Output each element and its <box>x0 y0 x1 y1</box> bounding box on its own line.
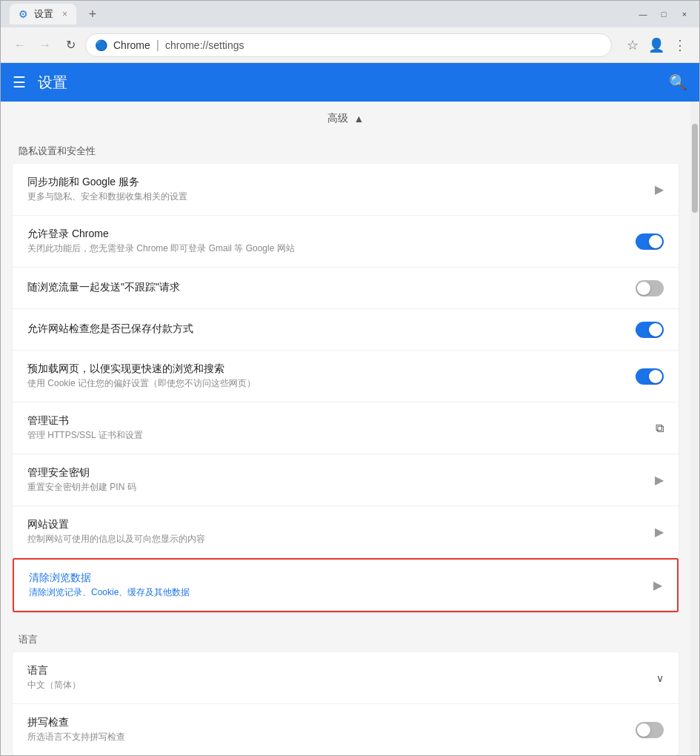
preload-text: 预加载网页，以便实现更快速的浏览和搜索 使用 Cookie 记住您的偏好设置（即… <box>27 362 636 390</box>
advanced-section-header[interactable]: 高级 ▲ <box>1 102 690 136</box>
sync-sub: 更多与隐私、安全和数据收集相关的设置 <box>27 190 655 203</box>
clear-data-setting-row[interactable]: 清除浏览数据 清除浏览记录、Cookie、缓存及其他数据 ▶ <box>13 558 679 612</box>
language-text: 语言 中文（简体） <box>27 664 656 692</box>
payment-setting-row[interactable]: 允许网站检查您是否已保存付款方式 <box>13 309 679 351</box>
payment-main: 允许网站检查您是否已保存付款方式 <box>27 322 636 336</box>
settings-header: ☰ 设置 🔍 <box>1 63 699 102</box>
spellcheck-toggle[interactable] <box>636 722 664 738</box>
certs-main: 管理证书 <box>27 414 656 428</box>
site-favicon: 🔵 <box>95 39 107 51</box>
security-key-main: 管理安全密钥 <box>27 466 655 480</box>
close-button[interactable]: × <box>676 7 693 21</box>
signin-main: 允许登录 Chrome <box>27 228 636 241</box>
spellcheck-setting-row[interactable]: 拼写检查 所选语言不支持拼写检查 <box>13 704 679 755</box>
browser-window: ⚙ 设置 × + — □ × ← → ↻ 🔵 Chrome | chrome:/… <box>0 0 700 756</box>
clear-data-sub: 清除浏览记录、Cookie、缓存及其他数据 <box>29 586 653 599</box>
spellcheck-sub: 所选语言不支持拼写检查 <box>27 731 636 743</box>
privacy-card: 同步功能和 Google 服务 更多与隐私、安全和数据收集相关的设置 ▶ 允许登… <box>13 164 679 612</box>
spellcheck-text: 拼写检查 所选语言不支持拼写检查 <box>27 716 636 743</box>
advanced-label: 高级 <box>327 112 348 125</box>
sync-setting-row[interactable]: 同步功能和 Google 服务 更多与隐私、安全和数据收集相关的设置 ▶ <box>13 164 679 216</box>
main-content: 高级 ▲ 隐私设置和安全性 同步功能和 Google 服务 更多与隐私、安全和数… <box>1 102 699 755</box>
dnt-setting-row[interactable]: 随浏览流量一起发送"不跟踪"请求 <box>13 268 679 309</box>
menu-icon[interactable]: ⋮ <box>670 35 690 56</box>
dnt-text: 随浏览流量一起发送"不跟踪"请求 <box>27 281 636 296</box>
language-sub: 中文（简体） <box>27 679 656 692</box>
maximize-button[interactable]: □ <box>655 7 673 21</box>
active-tab[interactable]: ⚙ 设置 × <box>10 4 76 24</box>
tab-favicon: ⚙ <box>19 8 28 20</box>
preload-setting-row[interactable]: 预加载网页，以便实现更快速的浏览和搜索 使用 Cookie 记住您的偏好设置（即… <box>13 351 679 402</box>
dnt-main: 随浏览流量一起发送"不跟踪"请求 <box>27 281 636 294</box>
signin-toggle-knob <box>649 235 662 248</box>
window-controls: — □ × <box>634 7 693 21</box>
site-settings-row[interactable]: 网站设置 控制网站可使用的信息以及可向您显示的内容 ▶ <box>13 506 679 558</box>
sync-main: 同步功能和 Google 服务 <box>27 176 655 189</box>
spellcheck-toggle-knob <box>637 723 650 737</box>
language-card: 语言 中文（简体） ∨ 拼写检查 所选语言不支持拼写检查 <box>13 652 679 755</box>
dnt-toggle-knob <box>637 282 650 295</box>
preload-main: 预加载网页，以便实现更快速的浏览和搜索 <box>27 362 636 376</box>
clear-data-arrow-icon: ▶ <box>653 578 662 592</box>
signin-sub: 关闭此功能后，您无需登录 Chrome 即可登录 Gmail 等 Google … <box>27 242 636 255</box>
external-link-icon: ⧉ <box>656 422 664 435</box>
language-chevron-icon: ∨ <box>656 672 664 684</box>
toolbar-right: ☆ 👤 ⋮ <box>622 35 690 56</box>
security-key-sub: 重置安全密钥并创建 PIN 码 <box>27 481 655 494</box>
address-separator: | <box>156 39 159 52</box>
site-settings-main: 网站设置 <box>27 518 655 531</box>
certs-setting-row[interactable]: 管理证书 管理 HTTPS/SSL 证书和设置 ⧉ <box>13 402 679 454</box>
hamburger-icon[interactable]: ☰ <box>13 73 26 91</box>
advanced-arrow-icon: ▲ <box>354 113 364 125</box>
refresh-button[interactable]: ↻ <box>60 35 81 56</box>
new-tab-button[interactable]: + <box>82 4 103 24</box>
titlebar: ⚙ 设置 × + — □ × <box>1 1 699 27</box>
payment-toggle[interactable] <box>636 322 664 338</box>
tab-title: 设置 <box>34 7 53 21</box>
minimize-button[interactable]: — <box>634 7 652 21</box>
signin-toggle[interactable] <box>636 233 664 250</box>
payment-text: 允许网站检查您是否已保存付款方式 <box>27 322 636 337</box>
clear-data-text: 清除浏览数据 清除浏览记录、Cookie、缓存及其他数据 <box>29 571 653 599</box>
address-url: chrome://settings <box>165 39 244 51</box>
site-name: Chrome <box>113 39 150 51</box>
sync-text: 同步功能和 Google 服务 更多与隐私、安全和数据收集相关的设置 <box>27 176 655 203</box>
preload-toggle-knob <box>649 370 662 383</box>
language-section-title: 语言 <box>1 624 690 652</box>
site-settings-sub: 控制网站可使用的信息以及可向您显示的内容 <box>27 533 655 546</box>
privacy-section-title: 隐私设置和安全性 <box>1 136 690 164</box>
scroll-thumb[interactable] <box>692 124 698 213</box>
preload-toggle[interactable] <box>636 368 664 385</box>
back-button[interactable]: ← <box>10 35 30 56</box>
settings-content: 高级 ▲ 隐私设置和安全性 同步功能和 Google 服务 更多与隐私、安全和数… <box>1 102 690 755</box>
search-icon[interactable]: 🔍 <box>669 73 687 91</box>
sync-arrow-icon: ▶ <box>655 182 664 196</box>
profile-icon[interactable]: 👤 <box>646 35 667 56</box>
clear-data-main: 清除浏览数据 <box>29 571 653 585</box>
site-settings-text: 网站设置 控制网站可使用的信息以及可向您显示的内容 <box>27 518 655 546</box>
certs-sub: 管理 HTTPS/SSL 证书和设置 <box>27 429 656 442</box>
forward-button[interactable]: → <box>35 35 56 56</box>
tab-close-button[interactable]: × <box>62 9 67 19</box>
spellcheck-main: 拼写检查 <box>27 716 636 729</box>
site-settings-arrow-icon: ▶ <box>655 525 664 539</box>
preload-sub: 使用 Cookie 记住您的偏好设置（即使您不访问这些网页） <box>27 377 636 390</box>
bookmark-icon[interactable]: ☆ <box>622 35 643 56</box>
certs-text: 管理证书 管理 HTTPS/SSL 证书和设置 <box>27 414 656 442</box>
payment-toggle-knob <box>649 323 662 336</box>
signin-setting-row[interactable]: 允许登录 Chrome 关闭此功能后，您无需登录 Chrome 即可登录 Gma… <box>13 216 679 268</box>
omnibox[interactable]: 🔵 Chrome | chrome://settings <box>85 33 612 57</box>
signin-text: 允许登录 Chrome 关闭此功能后，您无需登录 Chrome 即可登录 Gma… <box>27 228 636 255</box>
language-main: 语言 <box>27 664 656 677</box>
address-bar: ← → ↻ 🔵 Chrome | chrome://settings ☆ 👤 ⋮ <box>1 27 699 63</box>
security-key-setting-row[interactable]: 管理安全密钥 重置安全密钥并创建 PIN 码 ▶ <box>13 454 679 506</box>
dnt-toggle[interactable] <box>636 280 664 296</box>
language-setting-row[interactable]: 语言 中文（简体） ∨ <box>13 652 679 704</box>
security-key-arrow-icon: ▶ <box>655 473 664 487</box>
page-title: 设置 <box>38 73 67 93</box>
security-key-text: 管理安全密钥 重置安全密钥并创建 PIN 码 <box>27 466 655 494</box>
scrollbar[interactable] <box>690 102 699 755</box>
